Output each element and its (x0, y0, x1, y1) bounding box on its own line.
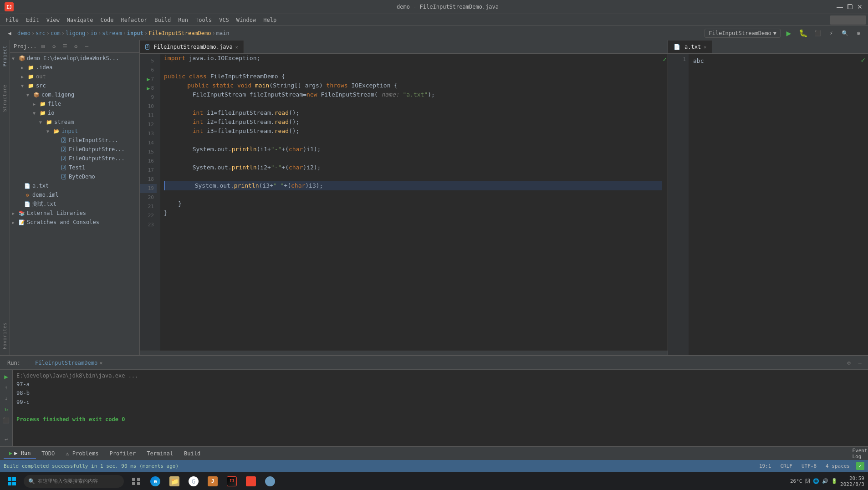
tree-item-demo[interactable]: ▼ 📦 demo E:\develop\ideaWorkS... (10, 54, 139, 63)
tab-profiler[interactable]: Profiler (104, 449, 142, 459)
cursor-position[interactable]: 19:1 (756, 463, 774, 469)
minimize-button[interactable]: — (836, 3, 843, 10)
run-rerun-btn[interactable]: ↻ (1, 404, 11, 414)
taskbar-app-taskview[interactable] (128, 473, 145, 490)
taskbar-search[interactable]: 🔍 在这里输入你要搜索的内容 (24, 475, 124, 488)
breadcrumb-stream[interactable]: stream (102, 30, 122, 36)
tree-item-bytedemo[interactable]: ▶ J ByteDemo (10, 172, 139, 181)
panel-close-btn[interactable]: — (82, 42, 92, 51)
menu-build[interactable]: Build (151, 16, 174, 24)
line-ending[interactable]: CRLF (777, 463, 795, 469)
tab-fileinputstreamdemo[interactable]: J FileInputStreamDemo.java ✕ (140, 41, 244, 53)
project-tab[interactable]: Project (1, 42, 9, 70)
favorites-tab[interactable]: Favorites (1, 319, 9, 353)
tree-item-scratches[interactable]: ▶ 📝 Scratches and Consoles (10, 218, 139, 227)
taskbar-app-chrome[interactable]: G (185, 473, 202, 490)
encoding[interactable]: UTF-8 (799, 463, 819, 469)
breadcrumb-demo[interactable]: demo (17, 30, 31, 36)
tree-item-input[interactable]: ▼ 📂 input (10, 127, 139, 136)
maximize-button[interactable]: ⧠ (846, 3, 853, 10)
menu-code[interactable]: Code (97, 16, 117, 24)
tree-item-com-ligong[interactable]: ▼ 📦 com.ligong (10, 90, 139, 99)
panel-layout-btn[interactable]: ☰ (61, 42, 70, 51)
breadcrumb-ligong[interactable]: ligong (66, 30, 85, 36)
tab-atxt[interactable]: 📄 a.txt ✕ (668, 41, 712, 53)
taskbar-app-other2[interactable] (261, 473, 279, 490)
menu-vcs[interactable]: VCS (215, 16, 233, 24)
run-tab[interactable]: FileInputStreamDemo ✕ (28, 360, 103, 366)
breadcrumb-input[interactable]: input (127, 30, 143, 36)
atxt-content[interactable]: abc (689, 54, 868, 355)
taskbar-app-java[interactable]: J (204, 473, 221, 490)
tree-item-fileoutputstream1[interactable]: ▶ J FileOutputStre... (10, 145, 139, 154)
tree-item-test1[interactable]: ▶ J Test1 (10, 163, 139, 172)
taskbar-app-intellij[interactable]: IJ (223, 473, 240, 490)
run-config-selector[interactable]: FileInputStreamDemo ▼ (705, 29, 781, 38)
menu-refactor[interactable]: Refactor (117, 16, 151, 24)
tree-item-stream[interactable]: ▼ 📁 stream (10, 117, 139, 127)
tree-item-fileinputstream[interactable]: ▶ J FileInputStr... (10, 136, 139, 145)
coverage-button[interactable]: ⬛ (812, 27, 823, 39)
event-log-btn[interactable]: Event Log (855, 449, 864, 458)
code-content[interactable]: import java.io.IOException; public class… (160, 54, 662, 351)
search-button[interactable]: 🔍 (839, 27, 851, 39)
close-tab-atxt[interactable]: ✕ (704, 45, 706, 50)
structure-tab[interactable]: Structure (1, 81, 9, 116)
close-button[interactable]: ✕ (856, 3, 863, 10)
menu-edit[interactable]: Edit (22, 16, 43, 24)
search-everywhere[interactable] (830, 15, 866, 25)
tree-item-out[interactable]: ▶ 📁 out (10, 72, 139, 81)
indent[interactable]: 4 spaces (823, 463, 853, 469)
tree-item-file[interactable]: ▶ 📁 file (10, 99, 139, 108)
run-wrap-btn[interactable]: ↩ (1, 434, 11, 444)
run-stop-up-btn[interactable]: ↑ (1, 383, 11, 393)
taskbar-app-explorer[interactable]: 📁 (166, 473, 183, 490)
tab-build[interactable]: Build (179, 449, 206, 459)
tree-item-test-txt[interactable]: ▶ 📄 测试.txt (10, 199, 139, 209)
panel-scope-btn[interactable]: ⊞ (39, 42, 48, 51)
panel-gear2-btn[interactable]: ⚙ (71, 42, 81, 51)
taskbar-app-edge[interactable]: e (147, 473, 164, 490)
tab-problems[interactable]: ⚠ Problems (60, 449, 104, 459)
breadcrumb-main[interactable]: main (216, 30, 230, 36)
tree-item-demoiml[interactable]: ▶ ⚙ demo.iml (10, 190, 139, 199)
taskbar-app-other1[interactable] (242, 473, 260, 490)
panel-gear-btn[interactable]: ⚙ (50, 42, 59, 51)
menu-view[interactable]: View (43, 16, 63, 24)
close-tab-main[interactable]: ✕ (235, 45, 238, 50)
profile-button[interactable]: ⚡ (825, 27, 837, 39)
start-button[interactable] (4, 473, 20, 490)
menu-window[interactable]: Window (233, 16, 260, 24)
run-tab-close[interactable]: ✕ (99, 360, 102, 366)
run-button[interactable]: ▶ (782, 27, 795, 40)
run-stop-btn[interactable]: ⬛ (1, 415, 11, 425)
menu-run[interactable]: Run (174, 16, 192, 24)
menu-file[interactable]: File (2, 16, 22, 24)
back-button[interactable]: ◀ (4, 27, 15, 39)
tree-item-external-libs[interactable]: ▶ 📚 External Libraries (10, 209, 139, 218)
menu-navigate[interactable]: Navigate (63, 16, 97, 24)
tab-run[interactable]: ▶ ▶ Run (4, 448, 36, 459)
code-line-14 (164, 136, 662, 145)
tab-todo[interactable]: TODO (36, 449, 60, 459)
breadcrumb-file[interactable]: FileInputStreamDemo (148, 30, 211, 36)
settings-btn[interactable]: ⚙ (844, 358, 853, 368)
menu-help[interactable]: Help (260, 16, 280, 24)
settings-button[interactable]: ⚙ (853, 27, 864, 39)
tree-item-atxt[interactable]: ▶ 📄 a.txt (10, 181, 139, 190)
tree-item-fileoutputstream2[interactable]: ▶ J FileOutputStre... (10, 154, 139, 163)
breadcrumb-com[interactable]: com (51, 30, 61, 36)
breadcrumb-src[interactable]: src (36, 30, 46, 36)
breadcrumb-io[interactable]: io (91, 30, 97, 36)
minimize-panel-btn[interactable]: — (855, 358, 864, 368)
tab-atxt-label: a.txt (684, 44, 701, 50)
tree-item-idea[interactable]: ▶ 📁 .idea (10, 63, 139, 72)
tree-item-src[interactable]: ▼ 📁 src (10, 81, 139, 90)
horizontal-scrollbar[interactable] (140, 351, 668, 355)
tree-item-io[interactable]: ▼ 📁 io (10, 108, 139, 117)
run-stop-down-btn[interactable]: ↓ (1, 393, 11, 403)
debug-button[interactable]: 🐛 (797, 27, 810, 40)
run-play-btn[interactable]: ▶ (1, 372, 11, 382)
menu-tools[interactable]: Tools (192, 16, 215, 24)
tab-terminal[interactable]: Terminal (141, 449, 179, 459)
